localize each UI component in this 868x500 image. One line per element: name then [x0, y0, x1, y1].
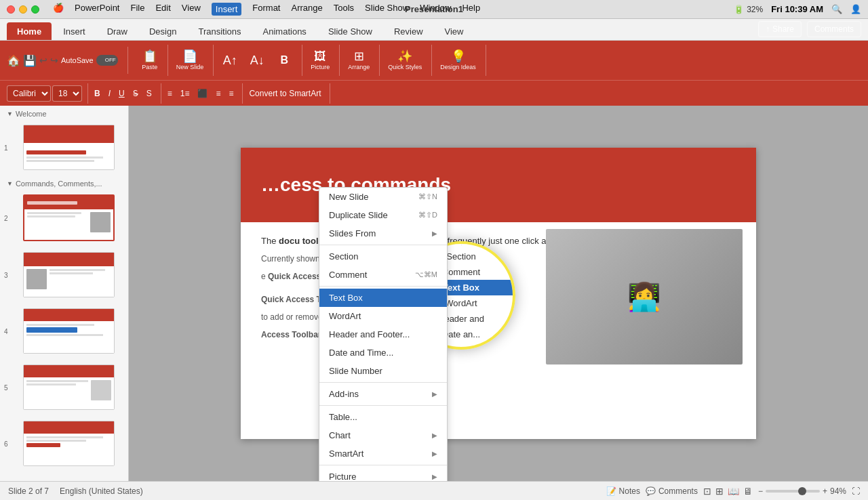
strikethrough-button[interactable]: S̶: [130, 87, 142, 100]
zoom-out-button[interactable]: −: [758, 486, 763, 496]
font-size-increase[interactable]: A↑: [218, 51, 242, 70]
menu-slideshow[interactable]: Slide Show: [365, 3, 409, 16]
paste-group: 📋 Paste: [138, 45, 168, 76]
tab-review[interactable]: Review: [384, 22, 433, 40]
menu-item-smartart-label: SmartArt: [329, 449, 363, 459]
section-arrow-welcome[interactable]: ▼: [7, 110, 13, 117]
menu-item-table[interactable]: Table...: [319, 408, 447, 426]
tab-insert[interactable]: Insert: [53, 22, 96, 40]
menu-item-comment[interactable]: Comment ⌥⌘M: [319, 266, 447, 284]
menu-format[interactable]: Format: [252, 3, 280, 16]
menu-item-picture-label: Picture: [329, 472, 356, 481]
slide-2-thumb[interactable]: [23, 194, 115, 241]
comments-status-button[interactable]: 💬 Comments: [646, 486, 698, 496]
design-ideas-button[interactable]: 💡 Design Ideas: [436, 48, 480, 72]
share-button[interactable]: ↑ Share: [758, 21, 802, 37]
menu-item-addins[interactable]: Add-ins ▶: [319, 385, 447, 403]
insert-dropdown-menu: New Slide ⌘⇧N Duplicate Slide ⌘⇧D Slides…: [319, 187, 448, 481]
tab-slideshow[interactable]: Slide Show: [318, 22, 382, 40]
notes-button[interactable]: 📝 Notes: [606, 486, 640, 496]
section-arrow-commands[interactable]: ▼: [7, 180, 13, 187]
zoom-slider-thumb[interactable]: [798, 487, 806, 495]
menu-item-textbox[interactable]: Text Box: [319, 289, 447, 307]
slide-5-thumb[interactable]: [23, 364, 115, 410]
presenter-view-icon[interactable]: 🖥: [743, 486, 753, 497]
font-family-select[interactable]: Calibri: [7, 85, 51, 102]
zoom-slider[interactable]: [766, 490, 820, 493]
picture-button[interactable]: 🖼 Picture: [307, 48, 334, 72]
menu-item-section[interactable]: Section: [319, 247, 447, 266]
tab-draw[interactable]: Draw: [97, 22, 138, 40]
tab-view[interactable]: View: [435, 22, 474, 40]
menu-tools[interactable]: Tools: [334, 3, 354, 16]
menu-item-new-slide[interactable]: New Slide ⌘⇧N: [319, 188, 447, 206]
slide-6-thumb[interactable]: [23, 421, 115, 466]
menu-item-chart[interactable]: Chart ▶: [319, 426, 447, 444]
slide-sorter-icon[interactable]: ⊞: [715, 486, 724, 497]
minimize-button[interactable]: [19, 5, 27, 14]
text-shadow-button[interactable]: S: [143, 87, 155, 100]
slide-3-thumb[interactable]: [23, 252, 115, 297]
menu-item-date-time[interactable]: Date and Time...: [319, 343, 447, 362]
slide-1-thumb[interactable]: [23, 125, 115, 170]
fit-slide-icon[interactable]: ⛶: [852, 486, 860, 496]
paste-button[interactable]: 📋 Paste: [138, 48, 162, 72]
align-center-button[interactable]: ≡: [212, 87, 224, 100]
italic-text-button[interactable]: I: [105, 87, 114, 100]
bold-text-button[interactable]: B: [91, 87, 104, 100]
comments-button[interactable]: Comments: [807, 21, 861, 37]
tab-animations[interactable]: Animations: [253, 22, 317, 40]
menu-help[interactable]: Help: [462, 3, 480, 16]
menu-edit[interactable]: Edit: [155, 3, 170, 16]
menu-item-smartart[interactable]: SmartArt ▶: [319, 444, 447, 463]
align-left-button[interactable]: ⬛: [194, 87, 211, 100]
home-icon[interactable]: 🏠: [7, 54, 20, 67]
slide-2-text-2: [27, 215, 75, 217]
slide-3-body: [24, 266, 114, 292]
menu-view[interactable]: View: [182, 3, 201, 16]
menu-file[interactable]: File: [130, 3, 144, 16]
close-button[interactable]: [7, 5, 15, 14]
autosave-toggle[interactable]: [96, 55, 118, 66]
bullet-list-button[interactable]: ≡: [164, 87, 176, 100]
underline-text-button[interactable]: U: [115, 87, 128, 100]
align-right-button[interactable]: ≡: [225, 87, 237, 100]
menu-item-wordart[interactable]: WordArt: [319, 307, 447, 325]
slide-6-accent: [26, 443, 60, 447]
font-size-decrease[interactable]: A↓: [245, 51, 269, 70]
normal-view-icon[interactable]: ⊡: [703, 486, 711, 497]
menu-arrange[interactable]: Arrange: [291, 3, 322, 16]
quick-styles-button[interactable]: ✨ Quick Styles: [384, 48, 426, 72]
menu-item-slide-number[interactable]: Slide Number: [319, 362, 447, 380]
section-name-welcome: Welcome: [16, 110, 47, 118]
arrange-button[interactable]: ⊞ Arrange: [344, 48, 374, 72]
slide-4-thumb[interactable]: [23, 308, 115, 354]
menu-item-new-slide-shortcut: ⌘⇧N: [418, 192, 437, 201]
titlebar: 🍎 PowerPoint File Edit View Insert Forma…: [0, 0, 868, 19]
menu-apple[interactable]: 🍎: [53, 3, 64, 16]
tab-home[interactable]: Home: [7, 22, 52, 40]
menu-powerpoint[interactable]: PowerPoint: [75, 3, 119, 16]
fullscreen-button[interactable]: [31, 5, 39, 14]
user-icon[interactable]: 👤: [850, 4, 861, 14]
font-size-select[interactable]: 18: [52, 85, 82, 102]
tab-transitions[interactable]: Transitions: [188, 22, 251, 40]
picture-group: 🖼 Picture: [307, 45, 340, 76]
undo-button[interactable]: ↩: [39, 55, 47, 66]
menu-item-slides-from[interactable]: Slides From ▶: [319, 224, 447, 243]
bold-button[interactable]: B: [272, 52, 296, 68]
search-icon[interactable]: 🔍: [831, 4, 842, 14]
menu-insert[interactable]: Insert: [212, 3, 242, 16]
tab-design[interactable]: Design: [139, 22, 186, 40]
comments-bubble-icon: 💬: [646, 486, 656, 496]
menu-item-picture[interactable]: Picture ▶: [319, 467, 447, 481]
convert-smartart-button[interactable]: Convert to SmartArt: [245, 87, 324, 100]
reading-view-icon[interactable]: 📖: [728, 486, 739, 497]
save-icon[interactable]: 💾: [23, 54, 37, 67]
redo-button[interactable]: ↪: [50, 55, 58, 66]
menu-item-header-footer[interactable]: Header and Footer...: [319, 325, 447, 343]
numbered-list-button[interactable]: 1≡: [177, 87, 193, 100]
new-slide-button[interactable]: 📄 New Slide: [172, 48, 208, 72]
zoom-in-button[interactable]: +: [823, 486, 827, 496]
menu-item-duplicate-slide[interactable]: Duplicate Slide ⌘⇧D: [319, 206, 447, 224]
